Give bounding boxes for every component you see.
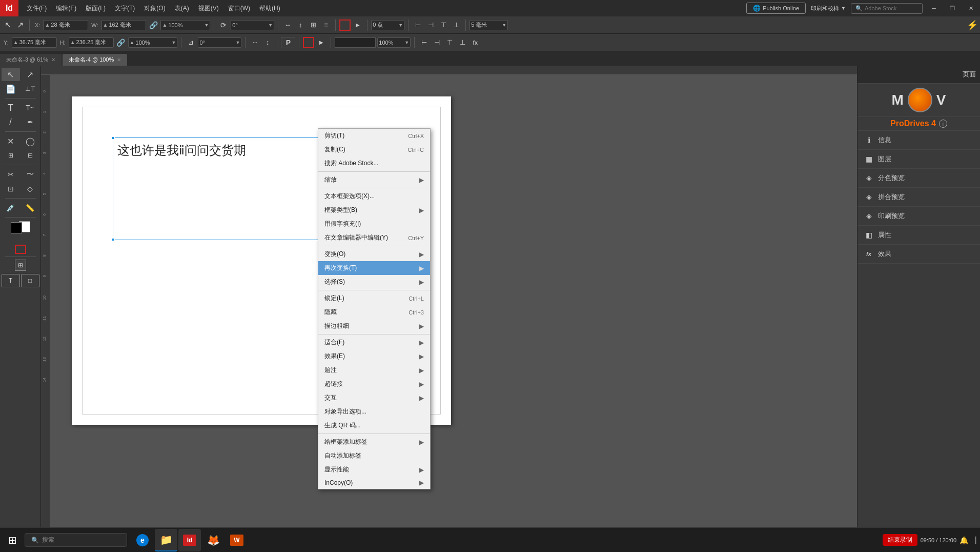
print-proof-button[interactable]: 印刷和校样 ▼ [806,3,851,14]
publish-online-button[interactable]: 🌐 Publish Online [746,3,806,14]
fill-color-swatch[interactable] [335,37,376,48]
info-icon[interactable]: i [939,120,947,128]
cm-qr-code[interactable]: 生成 QR 码... [318,419,430,432]
transform-btn[interactable]: ⊞ [308,19,319,31]
direct-select-btn[interactable]: ↗ [14,19,26,31]
shear-input[interactable] [199,40,235,46]
tool-smooth[interactable]: 〜 [21,168,39,181]
panel-item-effects[interactable]: fx 效果 [858,245,980,264]
flip-v2-btn[interactable]: ↕ [262,37,273,48]
angle-input[interactable] [232,22,268,28]
tool-text[interactable]: T [2,101,20,114]
tool-ellipse[interactable]: ◯ [21,134,39,148]
panel-item-properties[interactable]: ◧ 属性 [858,226,980,245]
foreground-color-swatch[interactable] [11,222,22,233]
start-button[interactable]: ⊞ [0,528,25,553]
x-input[interactable] [51,22,87,28]
cm-effects[interactable]: 效果(E) ▶ [318,349,430,363]
align2-left-btn[interactable]: ⊢ [418,37,430,48]
menu-object[interactable]: 对象(O) [140,2,169,15]
tool-eyedropper[interactable]: 💉 [2,201,20,214]
align-left-btn[interactable]: ⊢ [412,19,423,31]
tool-rect2[interactable]: □ [21,274,39,287]
no-fill-swatch[interactable] [15,245,26,254]
align2-bottom-btn[interactable]: ⊥ [457,37,468,48]
select-tool-btn[interactable]: ↖ [2,19,13,31]
tab-unnamed3[interactable]: 未命名-3 @ 61% ✕ [0,54,62,66]
menu-file[interactable]: 文件(F) [23,2,51,15]
tool-page[interactable]: 📄 [2,82,20,95]
cm-frame-type[interactable]: 框架类型(B) ▶ [318,203,430,217]
align-right-btn[interactable]: ⊤ [438,19,449,31]
cm-cut[interactable]: 剪切(T) Ctrl+X [318,129,430,143]
handle-tl[interactable] [112,136,115,140]
link-h-btn[interactable]: 🔗 [115,37,127,48]
system-tray-icons[interactable]: 🔔 [959,536,968,544]
tool-scissors[interactable]: ✂ [2,168,20,181]
cm-transform[interactable]: 变换(O) ▶ [318,247,430,261]
h-input[interactable] [76,40,112,46]
taskbar-app-explorer[interactable]: 📁 [155,529,177,551]
menu-layout[interactable]: 版面(L) [81,2,110,15]
stroke-swatch-2[interactable] [303,37,314,48]
cm-display-perf[interactable]: 显示性能 ▶ [318,463,430,477]
fx-btn[interactable]: fx [469,37,481,48]
handle-bl[interactable] [112,238,115,241]
flip-h2-btn[interactable]: ↔ [249,37,260,48]
cm-copy[interactable]: 复制(C) Ctrl+C [318,143,430,156]
cm-tag-frame[interactable]: 给框架添加标签 ▶ [318,435,430,449]
opacity-input[interactable] [379,40,404,46]
cm-incopy[interactable]: InCopy(O) ▶ [318,477,430,489]
cm-hyperlinks[interactable]: 超链接 ▶ [318,377,430,391]
scale-y-input[interactable] [136,40,172,46]
view-mode-btn[interactable]: ⊞ [15,260,26,271]
tool-text2[interactable]: T [2,274,20,287]
panel-item-flatten-preview[interactable]: ◈ 拼合预览 [858,188,980,207]
adobe-stock-search[interactable]: 🔍 Adobe Stock [851,3,923,14]
tool-shear[interactable]: ◇ [21,182,39,195]
tab-unnamed4[interactable]: 未命名-4 @ 100% ✕ [63,54,127,66]
stroke-color-indicator[interactable] [339,19,351,31]
close-button[interactable]: ✕ [962,0,980,16]
taskbar-app-wps[interactable]: W [226,529,248,551]
menu-help[interactable]: 帮助(H) [255,2,284,15]
panel-item-layers[interactable]: ▦ 图层 [858,150,980,169]
cm-search-stock[interactable]: 搜索 Adobe Stock... [318,156,430,170]
flip-horizontal-btn[interactable]: ↔ [282,19,293,31]
menu-table[interactable]: 表(A) [171,2,193,15]
tool-measure[interactable]: 📏 [21,201,39,214]
tool-pen[interactable]: ✒ [21,115,39,129]
cm-captions[interactable]: 题注 ▶ [318,363,430,377]
align2-right-btn[interactable]: ⊤ [444,37,455,48]
tool-cross[interactable]: ✕ [2,134,20,148]
taskbar-search[interactable]: 🔍 搜索 [25,533,127,547]
align2-center-btn[interactable]: ⊣ [431,37,442,48]
cm-text-frame-opts[interactable]: 文本框架选项(X)... [318,189,430,203]
menu-view[interactable]: 视图(V) [194,2,223,15]
align-center-btn[interactable]: ⊣ [425,19,436,31]
align-top-btn[interactable]: ⊥ [451,19,462,31]
minimize-button[interactable]: ─ [925,0,943,16]
menu-window[interactable]: 窗口(W) [224,2,254,15]
pages-tab-label[interactable]: 页面 [963,70,976,79]
restore-button[interactable]: ❐ [943,0,962,16]
panel-item-print-preview[interactable]: ◈ 印刷预览 [858,207,980,226]
scale-x-input[interactable] [168,22,204,28]
cm-zoom[interactable]: 缩放 ▶ [318,173,430,187]
align-btn[interactable]: ≡ [320,19,332,31]
recording-stop-btn[interactable]: 结束录制 [883,534,917,546]
menu-text[interactable]: 文字(T) [111,2,139,15]
snap-input[interactable] [471,22,502,28]
cm-export-opts[interactable]: 对象导出选项... [318,405,430,419]
stroke-input[interactable] [373,22,398,28]
panel-item-separation-preview[interactable]: ◈ 分色预览 [858,169,980,188]
tool-gap[interactable]: ⊥⊤ [21,82,39,95]
cm-interactive[interactable]: 交互 ▶ [318,391,430,405]
tool-grid[interactable]: ⊞ [2,149,20,162]
cm-transform-again[interactable]: 再次变换(T) ▶ [318,261,430,275]
cm-stroke-weight[interactable]: 描边粗细 ▶ [318,319,430,333]
tool-direct-select[interactable]: ↗ [21,68,39,81]
cm-auto-tag[interactable]: 自动添加标签 [318,449,430,463]
cm-fill-placeholder[interactable]: 用假字填充(I) [318,217,430,231]
cm-lock[interactable]: 锁定(L) Ctrl+L [318,291,430,305]
